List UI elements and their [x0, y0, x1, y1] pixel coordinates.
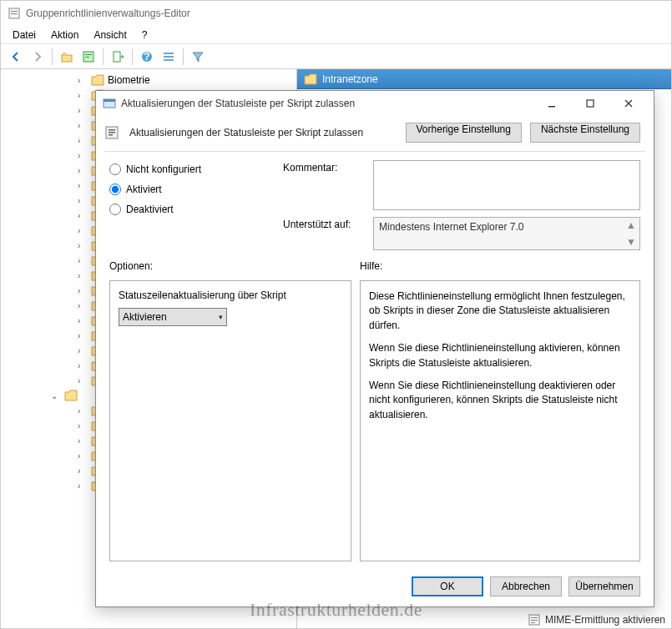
ok-button[interactable]: OK: [412, 576, 483, 596]
apply-button[interactable]: Übernehmen: [568, 576, 640, 596]
svg-rect-10: [164, 53, 174, 54]
dropdown-value: Aktivieren: [123, 311, 167, 323]
menu-view[interactable]: Ansicht: [87, 28, 133, 43]
expand-icon[interactable]: ›: [78, 301, 88, 310]
expand-icon[interactable]: ›: [78, 316, 88, 325]
menu-action[interactable]: Aktion: [44, 28, 85, 43]
expand-icon[interactable]: ›: [78, 286, 88, 295]
minimize-button[interactable]: [535, 91, 568, 116]
radio-label: Nicht konfiguriert: [126, 164, 201, 175]
svg-rect-14: [531, 617, 538, 618]
folder-icon: [304, 73, 317, 85]
toolbar-help[interactable]: ?: [137, 47, 157, 67]
dialog-buttons: OK Abbrechen Übernehmen: [96, 570, 654, 606]
supported-label: Unterstützt auf:: [283, 217, 366, 250]
toolbar-export[interactable]: [108, 47, 128, 67]
expand-icon[interactable]: ⌄: [51, 391, 61, 400]
expand-icon[interactable]: ›: [78, 211, 88, 220]
expand-icon[interactable]: ›: [78, 466, 88, 476]
dialog-subheader: Aktualisierungen der Statusleiste per Sk…: [96, 116, 654, 151]
radio-disabled[interactable]: Deaktiviert: [109, 204, 276, 215]
options-pane: Statuszeilenaktualisierung über Skript A…: [109, 280, 351, 561]
expand-icon[interactable]: ›: [78, 346, 88, 355]
expand-icon[interactable]: ›: [78, 406, 88, 415]
status-item-label: MIME-Ermittlung aktivieren: [545, 614, 665, 626]
expand-icon[interactable]: ›: [78, 106, 88, 115]
radio-not-configured[interactable]: Nicht konfiguriert: [109, 164, 276, 175]
toolbar-separator: [103, 48, 104, 65]
toolbar-properties[interactable]: [78, 47, 99, 67]
close-button[interactable]: [612, 91, 645, 116]
tree-node[interactable]: › Biometrie: [1, 73, 296, 88]
next-setting-button[interactable]: Nächste Einstellung: [530, 123, 640, 143]
svg-rect-3: [62, 55, 72, 62]
expand-icon[interactable]: ›: [78, 181, 88, 190]
svg-rect-18: [104, 99, 115, 102]
menu-file[interactable]: Datei: [6, 28, 43, 43]
expand-icon[interactable]: ›: [78, 76, 88, 85]
dialog-settings: Nicht konfiguriert Aktiviert Deaktiviert…: [96, 152, 654, 250]
expand-icon[interactable]: ›: [78, 361, 88, 370]
toolbar-list[interactable]: [159, 47, 179, 67]
cancel-button[interactable]: Abbrechen: [490, 576, 562, 596]
expand-icon[interactable]: ›: [78, 481, 88, 491]
comment-label: Kommentar:: [283, 160, 366, 210]
help-paragraph: Wenn Sie diese Richtlinieneinstellung de…: [369, 379, 631, 422]
dialog-titlebar[interactable]: Aktualisierungen der Statusleiste per Sk…: [96, 91, 654, 116]
tree-label: Biometrie: [108, 74, 150, 86]
svg-rect-16: [531, 622, 535, 623]
expand-icon[interactable]: ›: [78, 271, 88, 280]
comment-textarea[interactable]: [373, 160, 640, 210]
expand-icon[interactable]: ›: [78, 136, 88, 145]
radio-label: Aktiviert: [126, 184, 162, 195]
forward-button[interactable]: [28, 47, 48, 67]
expand-icon[interactable]: ›: [78, 436, 88, 445]
svg-rect-19: [548, 106, 555, 108]
expand-icon[interactable]: ›: [78, 256, 88, 265]
svg-rect-12: [164, 59, 174, 61]
expand-icon[interactable]: ›: [78, 331, 88, 340]
expand-icon[interactable]: ›: [78, 121, 88, 130]
options-title: Statuszeilenaktualisierung über Skript: [119, 289, 342, 301]
expand-icon[interactable]: ›: [78, 421, 88, 430]
svg-rect-2: [11, 13, 18, 14]
expand-icon[interactable]: ›: [78, 91, 88, 100]
back-button[interactable]: [6, 47, 26, 67]
expand-icon[interactable]: ›: [78, 241, 88, 250]
expand-icon[interactable]: ›: [78, 151, 88, 160]
maximize-button[interactable]: [573, 91, 607, 116]
up-button[interactable]: [57, 47, 77, 67]
scroll-hint: ▲▼: [626, 219, 638, 248]
expand-icon[interactable]: ›: [78, 226, 88, 235]
expand-icon[interactable]: ›: [78, 196, 88, 205]
radio-input[interactable]: [109, 204, 121, 215]
expand-icon[interactable]: ›: [78, 376, 88, 385]
svg-rect-5: [85, 54, 92, 55]
help-label: Hilfe:: [360, 260, 640, 272]
radio-input[interactable]: [109, 164, 121, 175]
svg-rect-23: [109, 132, 115, 133]
toolbar-separator: [183, 48, 184, 65]
radio-label: Deaktiviert: [126, 204, 174, 215]
radio-input[interactable]: [109, 184, 121, 195]
svg-rect-11: [164, 56, 174, 58]
previous-setting-button[interactable]: Vorherige Einstellung: [406, 123, 522, 143]
expand-icon[interactable]: ›: [78, 166, 88, 175]
toolbar-separator: [132, 48, 133, 65]
supported-box: Mindestens Internet Explorer 7.0 ▲▼: [373, 217, 640, 250]
toolbar-separator: [52, 48, 53, 65]
toolbar-filter[interactable]: [188, 47, 208, 67]
supported-row: Unterstützt auf: Mindestens Internet Exp…: [283, 217, 640, 250]
expand-icon[interactable]: ›: [78, 451, 88, 460]
svg-rect-24: [109, 134, 113, 136]
options-dropdown[interactable]: Aktivieren ▾: [119, 308, 227, 326]
svg-rect-20: [587, 100, 594, 107]
svg-rect-6: [85, 57, 89, 58]
options-label: Optionen:: [109, 260, 360, 272]
help-pane: Diese Richtlinieneinstellung ermöglicht …: [360, 280, 640, 561]
dialog-fields: Kommentar: Unterstützt auf: Mindestens I…: [283, 160, 640, 250]
svg-text:?: ?: [144, 51, 149, 63]
menu-help[interactable]: ?: [135, 28, 154, 43]
radio-enabled[interactable]: Aktiviert: [109, 184, 276, 195]
dialog-panes: Statuszeilenaktualisierung über Skript A…: [96, 275, 654, 570]
